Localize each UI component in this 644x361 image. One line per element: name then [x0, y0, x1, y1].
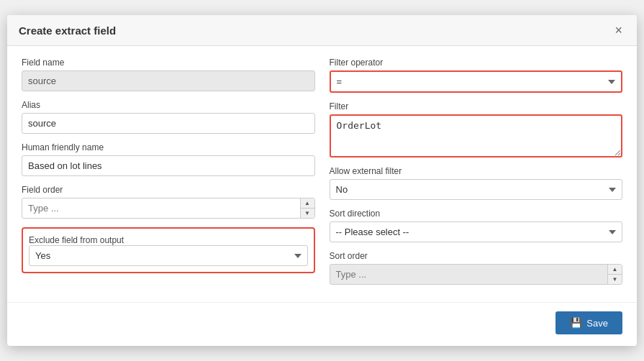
sort-order-down-button[interactable]: ▼: [608, 275, 622, 284]
sort-order-spinner: ▲ ▼: [607, 265, 622, 284]
sort-direction-label: Sort direction: [330, 209, 623, 219]
field-order-wrapper: ▲ ▼: [22, 198, 315, 219]
exclude-field-select[interactable]: Yes No: [29, 245, 308, 266]
field-order-label: Field order: [22, 185, 315, 195]
alias-input[interactable]: [22, 113, 315, 134]
sort-order-input[interactable]: [330, 264, 623, 285]
filter-textarea[interactable]: OrderLot: [330, 114, 623, 157]
dialog-body: Field name Alias Human friendly name Fie…: [7, 46, 637, 296]
dialog-header: Create extract field ×: [7, 15, 637, 46]
field-name-label: Field name: [22, 58, 315, 68]
field-order-up-button[interactable]: ▲: [301, 198, 314, 209]
right-column: Filter operator = != contains Filter Ord…: [330, 58, 623, 285]
dialog-footer: 💾 Save: [7, 302, 637, 343]
dialog-title: Create extract field: [19, 24, 116, 37]
sort-order-up-button[interactable]: ▲: [608, 265, 622, 275]
exclude-field-label: Exclude field from output: [29, 235, 124, 245]
left-column: Field name Alias Human friendly name Fie…: [22, 58, 315, 285]
field-order-down-button[interactable]: ▼: [301, 209, 314, 218]
field-name-group: Field name: [22, 58, 315, 91]
sort-direction-select[interactable]: -- Please select -- Ascending Descending: [330, 221, 623, 242]
human-friendly-input[interactable]: [22, 155, 315, 176]
filter-group: Filter OrderLot: [330, 101, 623, 157]
field-order-group: Field order ▲ ▼: [22, 185, 315, 219]
alias-group: Alias: [22, 100, 315, 134]
alias-label: Alias: [22, 100, 315, 110]
field-order-spinner: ▲ ▼: [300, 198, 314, 218]
save-icon: 💾: [570, 317, 582, 329]
sort-order-wrapper: ▲ ▼: [330, 264, 623, 285]
filter-operator-select[interactable]: = != contains: [330, 70, 623, 93]
allow-external-label: Allow external filter: [330, 166, 623, 176]
sort-direction-group: Sort direction -- Please select -- Ascen…: [330, 209, 623, 242]
allow-external-filter-group: Allow external filter No Yes: [330, 166, 623, 200]
allow-external-select[interactable]: No Yes: [330, 179, 623, 200]
save-button[interactable]: 💾 Save: [555, 311, 622, 334]
human-friendly-group: Human friendly name: [22, 142, 315, 176]
sort-order-label: Sort order: [330, 251, 623, 261]
save-label: Save: [586, 318, 608, 329]
exclude-field-group: Exclude field from output Yes No: [22, 227, 315, 273]
filter-operator-label: Filter operator: [330, 58, 623, 68]
filter-label: Filter: [330, 101, 623, 111]
create-extract-field-dialog: Create extract field × Field name Alias …: [7, 15, 637, 346]
field-name-input[interactable]: [22, 70, 315, 91]
sort-order-group: Sort order ▲ ▼: [330, 251, 623, 285]
filter-operator-group: Filter operator = != contains: [330, 58, 623, 93]
close-button[interactable]: ×: [612, 24, 625, 37]
human-friendly-label: Human friendly name: [22, 142, 315, 152]
field-order-input[interactable]: [22, 198, 315, 219]
